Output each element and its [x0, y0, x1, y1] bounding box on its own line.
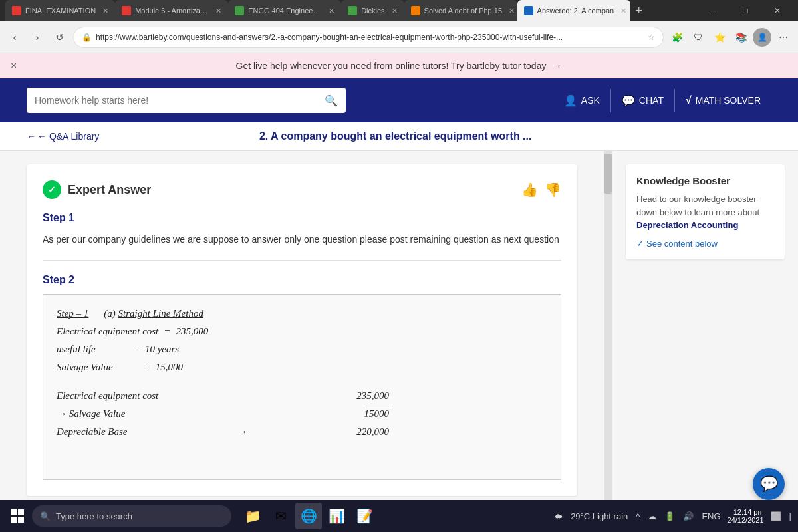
minimize-button[interactable]: — — [698, 0, 729, 21]
depreciation-link[interactable]: Depreciation Accounting — [636, 220, 738, 230]
tab-5[interactable]: Solved A debt of Php 15 ✕ — [404, 0, 517, 21]
collection-button[interactable]: 📚 — [732, 28, 750, 47]
step-divider — [43, 260, 561, 261]
header-search-box[interactable]: 🔍 — [27, 88, 346, 113]
taskbar-app-mail[interactable]: ✉ — [267, 503, 294, 529]
show-desktop-icon[interactable]: | — [788, 510, 793, 523]
see-content-button[interactable]: ✓ See content below — [636, 239, 774, 249]
search-icon: 🔍 — [325, 94, 338, 107]
hw-life-label: useful life — [57, 344, 96, 355]
url-text: https://www.bartleby.com/questions-and-a… — [96, 33, 644, 42]
notification-icon[interactable]: ⬜ — [769, 510, 783, 523]
forward-button[interactable]: › — [28, 28, 47, 47]
tab-close-2[interactable]: ✕ — [215, 7, 221, 15]
breadcrumb-label: ← Q&A Library — [37, 131, 99, 142]
ask-icon: 👤 — [564, 94, 577, 107]
scroll-thumb[interactable] — [604, 154, 612, 194]
new-tab-button[interactable]: + — [630, 0, 648, 21]
taskbar-time-display: 12:14 pm — [733, 508, 764, 516]
expert-title: ✓ Expert Answer — [43, 180, 151, 199]
taskbar-app-word[interactable]: 📝 — [351, 503, 378, 529]
battery-icon: 🔋 — [663, 510, 676, 523]
shield-icon[interactable]: 🛡 — [689, 28, 708, 47]
chat-label: CHAT — [639, 95, 664, 106]
star-icon[interactable]: ☆ — [648, 33, 655, 42]
vote-buttons: 👍 👎 — [521, 182, 561, 198]
taskbar-app-excel[interactable]: 📊 — [323, 503, 350, 529]
refresh-button[interactable]: ↺ — [51, 28, 69, 47]
tab-favicon-1 — [12, 6, 21, 15]
ask-button[interactable]: 👤 ASK — [553, 89, 610, 112]
hw-equip-cost-val: 235,000 — [356, 390, 389, 402]
banner-close-button[interactable]: × — [11, 60, 17, 72]
tab-2[interactable]: Module 6 - Amortization ✕ — [115, 0, 228, 21]
tab-4[interactable]: Dickies ✕ — [341, 0, 404, 21]
favorites-button[interactable]: ⭐ — [710, 28, 729, 47]
network-icon: ^ — [634, 510, 641, 523]
settings-button[interactable]: ⋯ — [774, 28, 793, 47]
hw-line-2: Electrical equipment cost = 235,000 — [57, 326, 547, 337]
banner-arrow-icon: → — [551, 60, 562, 72]
hw-salvage-sub-val: 15000 — [364, 408, 390, 420]
breadcrumb-bar: ← ← Q&A Library 2. A company bought an e… — [0, 122, 798, 151]
hw-line-3: useful life = 10 years — [57, 344, 547, 355]
maximize-button[interactable]: □ — [730, 0, 761, 21]
tab-close-4[interactable]: ✕ — [392, 7, 398, 15]
hw-depr-base-val: 220,000 — [356, 426, 389, 438]
math-label: MATH SOLVER — [696, 95, 761, 106]
taskbar-clock: 12:14 pm 24/12/2021 — [728, 508, 764, 524]
taskbar-app-files[interactable]: 📁 — [239, 503, 266, 529]
chat-bubble-button[interactable]: 💬 — [753, 468, 785, 500]
step1-heading: Step 1 — [43, 212, 561, 224]
hw-depr-base-arrow: → — [237, 426, 247, 438]
tab-6[interactable]: Answered: 2. A compan ✕ — [517, 0, 630, 21]
math-solver-button[interactable]: √ MATH SOLVER — [674, 89, 771, 112]
check-circle-icon: ✓ — [43, 180, 61, 199]
taskbar-search[interactable]: 🔍 Type here to search — [32, 505, 231, 527]
chat-button[interactable]: 💬 CHAT — [610, 89, 674, 112]
taskbar-search-label: Type here to search — [56, 511, 132, 521]
site-header: 🔍 👤 ASK 💬 CHAT √ MATH SOLVER — [0, 78, 798, 122]
taskbar: 🔍 Type here to search 📁 ✉ 🌐 📊 📝 🌧 29°C L… — [0, 500, 798, 532]
close-button[interactable]: ✕ — [762, 0, 793, 21]
header-search-input[interactable] — [35, 95, 319, 106]
hw-salvage-value: 15,000 — [156, 362, 183, 373]
back-button[interactable]: ‹ — [5, 28, 24, 47]
taskbar-app-browser[interactable]: 🌐 — [295, 503, 322, 529]
tab-favicon-2 — [122, 6, 131, 15]
thumbs-up-button[interactable]: 👍 — [521, 182, 538, 198]
taskbar-date-display: 24/12/2021 — [728, 516, 764, 524]
tab-1[interactable]: FINAI EXAMINATION ✕ — [5, 0, 115, 21]
hw-line-4: Salvage Value = 15,000 — [57, 362, 547, 373]
tab-label-4: Dickies — [361, 7, 384, 15]
volume-icon: 🔊 — [682, 510, 695, 523]
tab-favicon-3 — [235, 6, 244, 15]
weather-text: 29°C Light rain — [569, 510, 629, 523]
tab-3[interactable]: ENGG 404 Engineering E ✕ — [228, 0, 341, 21]
hw-cost-value: 235,000 — [176, 326, 208, 337]
url-bar[interactable]: 🔒 https://www.bartleby.com/questions-and… — [73, 27, 664, 48]
taskbar-right: 🌧 29°C Light rain ^ ☁ 🔋 🔊 ENG 12:14 pm 2… — [553, 508, 793, 524]
page-content: × Get live help whenever you need from o… — [0, 53, 798, 532]
knowledge-booster-text: Head to our knowledge booster down below… — [636, 193, 774, 232]
tab-close-3[interactable]: ✕ — [329, 7, 334, 15]
start-button[interactable] — [5, 504, 29, 528]
scroll-track[interactable] — [604, 151, 612, 532]
tab-close-6[interactable]: ✕ — [620, 7, 626, 15]
title-bar: FINAI EXAMINATION ✕ Module 6 - Amortizat… — [0, 0, 798, 21]
hw-life-equals: = — [133, 344, 140, 355]
hw-cost-label: Electrical equipment cost — [57, 326, 158, 337]
knowledge-booster-title: Knowledge Booster — [636, 175, 774, 186]
expert-header: ✓ Expert Answer 👍 👎 — [43, 180, 561, 199]
hw-salvage-equals: = — [144, 362, 150, 373]
tab-label-1: FINAI EXAMINATION — [25, 7, 96, 15]
thumbs-down-button[interactable]: 👎 — [545, 182, 561, 198]
extensions-button[interactable]: 🧩 — [668, 28, 686, 47]
tab-close-1[interactable]: ✕ — [102, 7, 108, 15]
profile-button[interactable]: 👤 — [753, 28, 771, 47]
hw-equip-cost-label: Electrical equipment cost — [57, 390, 158, 402]
back-to-library[interactable]: ← ← Q&A Library — [27, 131, 99, 142]
tab-close-5[interactable]: ✕ — [509, 7, 515, 15]
cloud-icon: ☁ — [646, 510, 658, 523]
tab-label-6: Answered: 2. A compan — [537, 7, 614, 15]
